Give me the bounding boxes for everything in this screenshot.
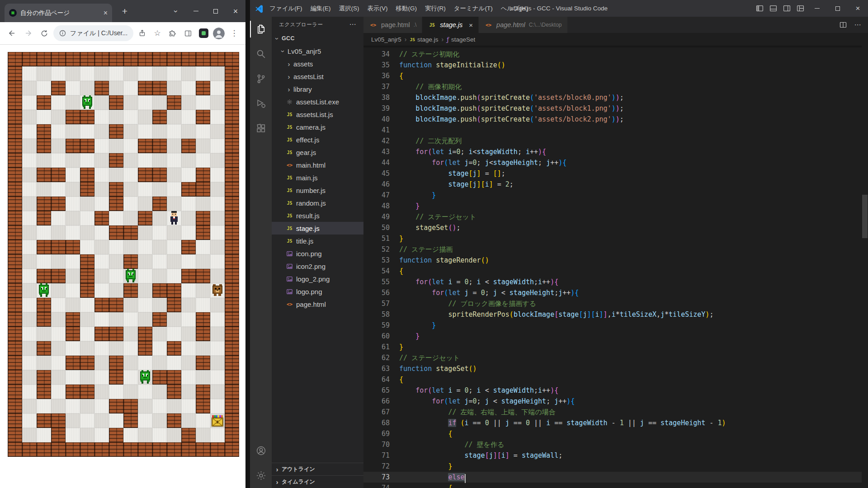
settings-gear-icon[interactable]	[250, 463, 272, 488]
code-line[interactable]: 71 stage[j][i] = stageWall;	[363, 450, 862, 461]
explorer-icon[interactable]	[250, 17, 272, 42]
line-number[interactable]: 43	[363, 146, 390, 157]
line-content[interactable]: spriteRenderPos(blockImage[stage[j][i]],…	[390, 309, 713, 320]
refresh-button[interactable]	[37, 26, 52, 41]
line-number[interactable]: 60	[363, 331, 390, 342]
code-line[interactable]: 56 for(let j = 0; j < stageHeight;j++){	[363, 287, 862, 298]
line-number[interactable]: 74	[363, 483, 390, 488]
menu-item[interactable]: 表示(V)	[363, 0, 392, 17]
vscode-maximize-button[interactable]	[827, 0, 848, 17]
code-line[interactable]: 45 stage[j] = [];	[363, 168, 862, 179]
line-content[interactable]: if (i == 0 || j == 0 || i == stageWidth …	[390, 418, 726, 428]
line-content[interactable]: for(let i=0; i<stageWidth; i++){	[390, 146, 546, 157]
code-line[interactable]: 66 for(let j=0; j < stageHeight; j++){	[363, 396, 862, 407]
vscode-minimize-button[interactable]	[807, 0, 827, 17]
browser-minimize-button[interactable]	[186, 0, 206, 22]
menu-item[interactable]: 実行(R)	[421, 0, 450, 17]
line-content[interactable]: function stageRender()	[390, 255, 489, 266]
line-content[interactable]: {	[390, 70, 403, 81]
editor-tab[interactable]: JSstage.js×	[422, 17, 479, 33]
line-number[interactable]: 37	[363, 81, 390, 92]
line-number[interactable]: 57	[363, 298, 390, 309]
game-canvas[interactable]	[8, 52, 239, 457]
line-content[interactable]: function stageInitialize()	[390, 60, 505, 70]
tree-item[interactable]: ›GCC	[272, 32, 363, 45]
tree-item[interactable]: JSnumber.js	[272, 184, 363, 197]
tree-item[interactable]: <>page.html	[272, 298, 363, 310]
pinned-extension-icon[interactable]	[197, 27, 210, 40]
menu-item[interactable]: ファイル(F)	[265, 0, 307, 17]
tree-item[interactable]: JSresult.js	[272, 209, 363, 222]
line-content[interactable]: }	[390, 320, 436, 331]
back-button[interactable]	[5, 26, 19, 41]
tree-item[interactable]: ›Lv05_anjr5	[272, 45, 363, 57]
line-number[interactable]: 38	[363, 92, 390, 103]
sidebar-more-actions-icon[interactable]: ⋯	[349, 20, 357, 28]
line-content[interactable]: {	[390, 374, 403, 385]
code-line[interactable]: 52// ステージ描画	[363, 244, 862, 255]
line-number[interactable]: 70	[363, 439, 390, 450]
menu-item[interactable]: 選択(S)	[335, 0, 363, 17]
line-number[interactable]: 58	[363, 309, 390, 320]
line-content[interactable]: blockImage.push(spriteCreate('assets/blo…	[390, 103, 624, 114]
code-line[interactable]: 58 spriteRenderPos(blockImage[stage[j][i…	[363, 309, 862, 320]
tree-item[interactable]: logo.png	[272, 285, 363, 298]
editor-scrollbar[interactable]	[862, 46, 868, 488]
tree-item[interactable]: JScamera.js	[272, 121, 363, 133]
menu-item[interactable]: 移動(G)	[392, 0, 421, 17]
line-number[interactable]: 42	[363, 136, 390, 146]
code-line[interactable]: 72 }	[363, 461, 862, 472]
tree-item[interactable]: ›assets	[272, 57, 363, 70]
tree-item[interactable]: JSeffect.js	[272, 133, 363, 146]
line-content[interactable]: stageSet();	[390, 222, 460, 233]
line-number[interactable]: 53	[363, 255, 390, 266]
line-content[interactable]: for(let j = 0; j < stageHeight;j++){	[390, 287, 579, 298]
line-number[interactable]: 66	[363, 396, 390, 407]
forward-button[interactable]	[21, 26, 35, 41]
code-line[interactable]: 73 else	[363, 472, 862, 483]
tree-item[interactable]: icon2.png	[272, 260, 363, 272]
line-number[interactable]: 63	[363, 363, 390, 374]
toggle-panel-icon[interactable]	[766, 0, 780, 17]
code-area[interactable]: 34// ステージ初期化35function stageInitialize()…	[363, 46, 862, 488]
tree-item[interactable]: JStitle.js	[272, 235, 363, 247]
code-line[interactable]: 37 // 画像初期化	[363, 81, 862, 92]
line-content[interactable]: blockImage.push(spriteCreate('assets/blo…	[390, 114, 624, 125]
code-line[interactable]: 34// ステージ初期化	[363, 49, 862, 60]
page-info-icon[interactable]	[59, 30, 66, 37]
browser-tab[interactable]: 自分の作品ページ ×	[5, 4, 112, 22]
code-line[interactable]: 54{	[363, 266, 862, 277]
line-number[interactable]: 54	[363, 266, 390, 277]
tree-item[interactable]: ›assetsList	[272, 70, 363, 83]
code-line[interactable]: 59 }	[363, 320, 862, 331]
code-line[interactable]: 61}	[363, 342, 862, 352]
breadcrumb-item[interactable]: JSstage.js	[410, 36, 438, 43]
code-line[interactable]: 44 for(let j=0; j<stageHeight; j++){	[363, 157, 862, 168]
line-number[interactable]: 64	[363, 374, 390, 385]
run-debug-icon[interactable]	[250, 91, 272, 116]
sidebar-section[interactable]: ›アウトライン	[272, 463, 363, 475]
line-content[interactable]: }	[390, 201, 420, 211]
share-icon[interactable]	[135, 27, 149, 40]
line-content[interactable]: }	[390, 461, 452, 472]
code-line[interactable]: 46 stage[j][i] = 2;	[363, 179, 862, 190]
line-content[interactable]: {	[390, 483, 452, 488]
tree-item[interactable]: JSgear.js	[272, 146, 363, 159]
scrollbar-thumb[interactable]	[862, 195, 868, 238]
line-number[interactable]: 62	[363, 352, 390, 363]
line-number[interactable]: 41	[363, 125, 390, 136]
line-content[interactable]: function stageSet()	[390, 363, 477, 374]
line-number[interactable]: 59	[363, 320, 390, 331]
line-content[interactable]: else	[390, 472, 465, 483]
code-line[interactable]: 70 // 壁を作る	[363, 439, 862, 450]
code-line[interactable]: 35function stageInitialize()	[363, 60, 862, 70]
editor-more-actions-icon[interactable]: ⋯	[852, 19, 863, 31]
code-line[interactable]: 39 blockImage.push(spriteCreate('assets/…	[363, 103, 862, 114]
vscode-close-button[interactable]: ×	[848, 0, 868, 17]
line-number[interactable]: 39	[363, 103, 390, 114]
code-line[interactable]: 55 for(let i = 0; i < stageWidth;i++){	[363, 277, 862, 287]
line-content[interactable]: // 二次元配列	[390, 136, 462, 146]
line-content[interactable]: }	[390, 190, 436, 201]
editor-tab[interactable]: <>page.htmlC:\...\Desktop	[479, 17, 567, 33]
code-line[interactable]: 69 {	[363, 428, 862, 439]
